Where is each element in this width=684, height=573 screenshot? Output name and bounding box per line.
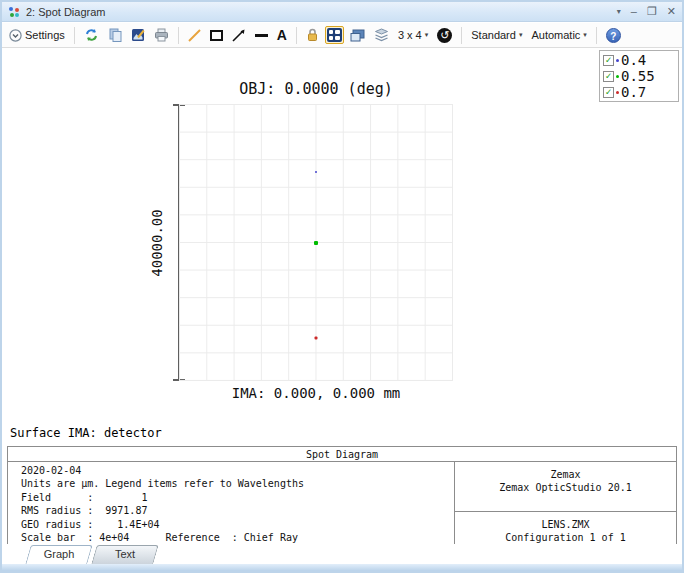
line-icon <box>188 29 201 42</box>
wavelength-checkbox[interactable]: ✓ <box>603 87 614 98</box>
standard-dropdown[interactable]: Standard ▾ <box>468 27 525 43</box>
tab-text[interactable]: Text <box>94 545 156 564</box>
file-name: LENS.ZMX <box>455 518 676 531</box>
layers-button[interactable] <box>371 26 392 44</box>
cascade-windows-icon <box>350 29 365 42</box>
window-bottom-border <box>2 564 682 571</box>
text-tool-icon: A <box>277 28 287 42</box>
separator <box>461 27 462 44</box>
plot-area <box>179 104 453 381</box>
summary-line: Units are µm. Legend items refer to Wave… <box>21 477 454 490</box>
configuration-label: Configuration 1 of 1 <box>455 531 676 544</box>
automatic-dropdown[interactable]: Automatic ▾ <box>528 27 589 43</box>
wavelength-checkbox[interactable]: ✓ <box>603 55 614 66</box>
chevron-down-icon: ▾ <box>583 31 587 39</box>
refresh-button[interactable] <box>81 26 102 44</box>
summary-line: RMS radius : 9971.87 <box>21 504 454 517</box>
analysis-summary: 2020-02-04 Units are µm. Legend items re… <box>8 462 454 546</box>
cascade-windows-button[interactable] <box>347 27 368 44</box>
line-annotation-button[interactable] <box>185 27 204 44</box>
reset-view-button[interactable]: ↺ <box>434 26 455 45</box>
rectangle-icon <box>210 30 223 41</box>
help-button[interactable]: ? <box>603 26 624 45</box>
summary-line: GEO radius : 1.4E+04 <box>21 518 454 531</box>
tab-graph-label: Graph <box>28 545 90 564</box>
legend-label: 0.7 <box>621 84 646 100</box>
save-image-icon <box>131 28 145 42</box>
settings-label: Settings <box>25 29 65 41</box>
y-axis-scale-label: 40000.00 <box>149 209 165 276</box>
thick-line-icon <box>255 34 268 37</box>
summary-line: 2020-02-04 <box>21 464 454 477</box>
arrow-annotation-button[interactable] <box>229 27 249 44</box>
copy-icon <box>108 28 122 42</box>
legend-label: 0.55 <box>621 68 655 84</box>
legend-color-dot <box>616 75 619 78</box>
legend-item[interactable]: ✓ 0.4 <box>603 52 675 68</box>
tab-text-label: Text <box>94 545 156 564</box>
legend-color-dot <box>616 59 619 62</box>
spot-0.7 <box>314 337 317 340</box>
maximize-button[interactable]: ❐ <box>647 6 657 17</box>
minimize-button[interactable]: – <box>631 6 637 17</box>
spot-0.4 <box>315 171 317 173</box>
y-axis-scale-label-wrap: 40000.00 <box>148 104 166 381</box>
chevron-down-icon: ▾ <box>519 31 523 39</box>
spot-0.55 <box>314 241 318 245</box>
standard-label: Standard <box>471 29 516 41</box>
x-axis-label: IMA: 0.000, 0.000 mm <box>169 385 463 401</box>
separator <box>296 27 297 44</box>
brand-name: Zemax <box>455 468 676 481</box>
spot-matrix-button[interactable] <box>325 26 344 44</box>
print-button[interactable] <box>151 26 172 44</box>
legend-item[interactable]: ✓ 0.55 <box>603 68 675 84</box>
separator <box>596 27 597 44</box>
reset-icon: ↺ <box>437 28 452 43</box>
info-panel: Spot Diagram 2020-02-04 Units are µm. Le… <box>7 446 677 547</box>
summary-line: Field : 1 <box>21 491 454 504</box>
lock-button[interactable] <box>303 26 322 44</box>
spot-diagram-icon <box>8 6 20 18</box>
tab-graph[interactable]: Graph <box>28 545 90 564</box>
panel-title: Spot Diagram <box>8 447 676 462</box>
layers-icon <box>374 28 389 42</box>
window-menu-button[interactable]: ▾ <box>617 8 621 16</box>
chart-title: OBJ: 0.0000 (deg) <box>179 80 453 98</box>
rectangle-annotation-button[interactable] <box>207 28 226 43</box>
close-button[interactable]: ✕ <box>667 6 676 17</box>
title-bar: 2: Spot Diagram ▾ – ❐ ✕ <box>2 2 682 22</box>
grid-size-label: 3 x 4 <box>398 29 422 41</box>
text-annotation-button[interactable]: A <box>274 26 290 44</box>
chevron-down-circle-icon <box>9 29 22 42</box>
print-icon <box>154 28 169 42</box>
automatic-label: Automatic <box>531 29 580 41</box>
save-image-button[interactable] <box>128 26 148 44</box>
wavelength-checkbox[interactable]: ✓ <box>603 71 614 82</box>
summary-line: Scale bar : 4e+04 Reference : Chief Ray <box>21 531 454 544</box>
chevron-down-icon: ▾ <box>425 31 429 39</box>
separator <box>178 27 179 44</box>
arrow-icon <box>232 29 246 42</box>
surface-label: Surface IMA: detector <box>10 426 162 440</box>
toolbar: Settings <box>2 23 682 48</box>
lock-icon <box>306 28 319 42</box>
spot-diagram-window: 2: Spot Diagram ▾ – ❐ ✕ Settings <box>0 0 684 573</box>
separator <box>74 27 75 44</box>
legend-label: 0.4 <box>621 52 646 68</box>
help-icon: ? <box>606 28 621 43</box>
thick-line-annotation-button[interactable] <box>252 32 271 39</box>
grid-size-dropdown[interactable]: 3 x 4 ▾ <box>395 27 431 43</box>
spot-matrix-icon <box>327 28 342 42</box>
tab-bar: Graph Text <box>2 544 682 564</box>
wavelength-legend: ✓ 0.4 ✓ 0.55 ✓ 0.7 <box>599 50 679 102</box>
legend-item[interactable]: ✓ 0.7 <box>603 84 675 100</box>
window-title: 2: Spot Diagram <box>26 6 105 18</box>
copy-button[interactable] <box>105 26 125 44</box>
legend-color-dot <box>616 91 619 94</box>
settings-button[interactable]: Settings <box>6 27 68 44</box>
brand-cell: Zemax Zemax OpticStudio 20.1 <box>455 462 676 512</box>
brand-version: Zemax OpticStudio 20.1 <box>455 481 676 494</box>
file-cell: LENS.ZMX Configuration 1 of 1 <box>455 512 676 546</box>
refresh-icon <box>84 28 99 42</box>
